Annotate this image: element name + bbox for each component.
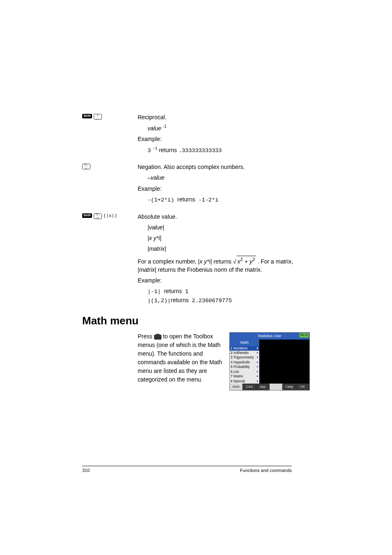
abs-suffix: (|x|) (104, 213, 117, 218)
shift-key-icon: Shift (82, 213, 92, 218)
example-label: Example: (138, 185, 310, 193)
shift-key-icon: Shift (82, 114, 92, 118)
calc-tab-cas[interactable]: CAS (243, 384, 256, 390)
example-label: Example: (138, 135, 310, 143)
plus-minus-key-icon: ⁺⁄₋ M (82, 164, 90, 169)
calc-title-bar: Statistics 1Var 00:12 (230, 333, 309, 340)
calc-tab-catlg[interactable]: Catlg (283, 384, 296, 390)
calc-clock: 00:12 (300, 333, 309, 337)
calc-menu-item-trig[interactable]: 3 Trigonometry▸ (230, 355, 259, 360)
math-menu-heading: Math menu (82, 314, 310, 327)
key-combo-reciprocal: Shift ÷ x⁻¹ (82, 113, 138, 120)
negation-title: Negation. Also accepts complex numbers. (138, 163, 310, 171)
abs-title: Absolute value. (138, 213, 310, 221)
key-combo-negation: ⁺⁄₋ M (82, 163, 138, 169)
calc-menu-item-numbers[interactable]: 1 Numbers▸ (230, 346, 259, 351)
calc-menu-item-arithmetic[interactable]: 2 Arithmetic▸ (230, 351, 259, 355)
calc-tab-app[interactable]: App (256, 384, 270, 390)
divide-key-icon: ÷ x⁻¹ (94, 114, 102, 120)
calc-menu-item-hyperbolic[interactable]: 4 Hyperbolic▸ (230, 360, 259, 365)
calc-menu-item-list[interactable]: 6 List▸ (230, 370, 259, 374)
page-number: 310 (82, 468, 90, 473)
calc-menu-item-matrix[interactable]: 7 Matrix▸ (230, 374, 259, 379)
plus-minus-key-icon: ⁺⁄₋ M (94, 213, 102, 219)
math-menu-paragraph: Press to open the Toolbox menus (one of … (138, 332, 224, 384)
calc-tab-empty (270, 384, 283, 390)
calc-menu-header: Math (230, 340, 259, 346)
toolbox-key-icon (154, 335, 161, 340)
chapter-name: Functions and commands (240, 468, 292, 473)
calc-tab-ok[interactable]: OK (296, 384, 309, 390)
example-label: Example: (138, 276, 310, 284)
key-combo-abs: Shift ⁺⁄₋ M (|x|) (82, 213, 138, 219)
calc-menu-item-probability[interactable]: 5 Probability▸ (230, 365, 259, 369)
abs-complex-desc: For a complex number, |x y*i| returns √x… (138, 256, 310, 274)
calc-menu-item-special[interactable]: 8 Special▸ (230, 379, 259, 384)
negation-syntax: –value (148, 173, 310, 182)
calc-tab-math[interactable]: Math (230, 384, 243, 390)
calculator-screenshot: Statistics 1Var 00:12 Math 1 Numbers▸ 2 … (229, 332, 310, 390)
reciprocal-title: Reciprocal. (138, 113, 310, 121)
